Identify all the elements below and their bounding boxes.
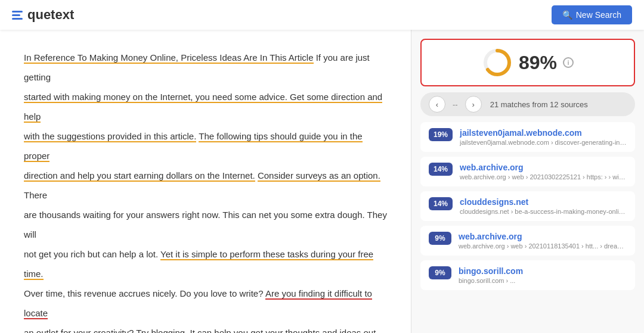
source-info: jailsteven0jamal.webnode.com jailsteven0… xyxy=(460,128,627,146)
highlighted-text-3: with the suggestions provided in this ar… xyxy=(24,131,196,142)
plain-text-5: are thousands waiting for your answers r… xyxy=(24,210,387,239)
search-icon: 🔍 xyxy=(562,10,572,20)
score-value: 89% xyxy=(519,52,557,74)
source-info: bingo.sorill.com bingo.sorill.com › ... xyxy=(459,266,627,284)
logo-text: quetext xyxy=(27,7,74,23)
donut-chart xyxy=(482,47,513,78)
source-domain-link[interactable]: bingo.sorill.com xyxy=(459,266,627,276)
logo-line-2 xyxy=(12,14,20,16)
nav-matches-text: 21 matches from 12 sources xyxy=(490,100,588,109)
donut-svg xyxy=(482,47,513,78)
source-url: web.archive.org › web › 20210302225121 ›… xyxy=(460,173,627,180)
text-content: In Reference To Making Money Online, Pri… xyxy=(24,48,387,333)
new-search-button[interactable]: 🔍 New Search xyxy=(552,5,632,24)
source-item[interactable]: 9% web.archive.org web.archive.org › web… xyxy=(420,226,635,256)
left-panel: In Reference To Making Money Online, Pri… xyxy=(0,30,411,333)
logo: quetext xyxy=(12,7,74,23)
score-info-icon[interactable]: i xyxy=(563,57,574,68)
nav-bar: ‹ -- › 21 matches from 12 sources xyxy=(420,92,635,116)
source-badge: 14% xyxy=(429,163,453,176)
highlighted-text-2: started with making money on the Interne… xyxy=(24,92,382,123)
chevron-left-icon: ‹ xyxy=(436,100,438,109)
score-box: 89% i xyxy=(420,39,635,86)
nav-prev-button[interactable]: ‹ xyxy=(429,96,445,113)
source-url: web.archive.org › web › 20210118135401 ›… xyxy=(459,242,627,250)
source-domain-link[interactable]: jailsteven0jamal.webnode.com xyxy=(460,128,627,138)
source-item[interactable]: 19% jailsteven0jamal.webnode.com jailste… xyxy=(420,122,635,152)
source-info: web.archive.org web.archive.org › web › … xyxy=(460,163,627,180)
source-url: jailsteven0jamal.webnode.com › discover-… xyxy=(460,139,627,146)
highlighted-text-6: Consider surveys as an option. xyxy=(258,170,380,182)
source-badge: 19% xyxy=(429,128,453,141)
main-layout: In Reference To Making Money Online, Pri… xyxy=(0,30,644,333)
source-info: clouddesigns.net clouddesigns.net › be-a… xyxy=(460,197,627,215)
source-badge: 9% xyxy=(429,266,451,279)
source-info: web.archive.org web.archive.org › web › … xyxy=(459,232,627,250)
nav-counter: -- xyxy=(450,100,460,109)
highlighted-text-1: In Reference To Making Money Online, Pri… xyxy=(24,52,314,64)
plain-text-4: There xyxy=(24,190,47,200)
source-domain-link[interactable]: web.archive.org xyxy=(460,163,627,172)
logo-icon xyxy=(12,11,23,20)
highlighted-text-5: direction and help you start earning dol… xyxy=(24,170,255,182)
source-domain-link[interactable]: clouddesigns.net xyxy=(460,197,627,207)
logo-line-1 xyxy=(12,11,23,13)
source-item[interactable]: 14% clouddesigns.net clouddesigns.net › … xyxy=(420,191,635,221)
new-search-label: New Search xyxy=(576,10,621,20)
source-url: bingo.sorill.com › ... xyxy=(459,277,627,284)
right-panel: 89% i ‹ -- › 21 matches from 12 sources … xyxy=(411,30,644,333)
source-url: clouddesigns.net › be-a-success-in-makin… xyxy=(460,208,627,215)
header: quetext 🔍 New Search xyxy=(0,0,644,30)
source-badge: 14% xyxy=(429,197,453,210)
nav-next-button[interactable]: › xyxy=(465,96,482,113)
logo-line-3 xyxy=(12,18,23,20)
source-item[interactable]: 14% web.archive.org web.archive.org › we… xyxy=(420,157,635,186)
highlighted-text-9: an outlet for your creativity? Try blogg… xyxy=(24,328,187,333)
source-item[interactable]: 9% bingo.sorill.com bingo.sorill.com › .… xyxy=(420,260,635,290)
source-domain-link[interactable]: web.archive.org xyxy=(459,232,627,241)
plain-text-7: Over time, this revenue accrues nicely. … xyxy=(24,288,265,298)
source-badge: 9% xyxy=(429,232,451,245)
chevron-right-icon: › xyxy=(472,100,475,109)
plain-text-6: not get you rich but can help a lot. xyxy=(24,249,160,259)
source-list: 19% jailsteven0jamal.webnode.com jailste… xyxy=(411,122,644,333)
